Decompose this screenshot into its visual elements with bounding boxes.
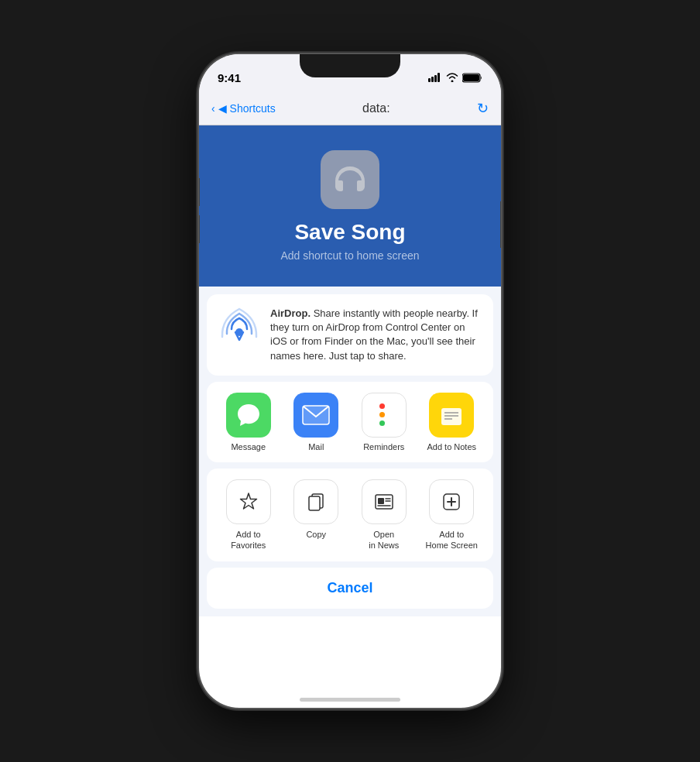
hero-section: Save Song Add shortcut to home screen <box>199 125 501 287</box>
svg-rect-14 <box>309 496 320 510</box>
svg-rect-2 <box>434 75 437 82</box>
copy-label: Copy <box>306 529 326 540</box>
favorites-icon <box>226 479 271 524</box>
volume-up-button[interactable] <box>199 178 200 206</box>
cancel-section: Cancel <box>207 568 493 609</box>
app-icon <box>321 150 379 209</box>
home-indicator[interactable] <box>300 698 400 702</box>
add-homescreen-icon <box>441 492 462 512</box>
signal-icon <box>428 73 442 82</box>
action-homescreen[interactable]: Add toHome Screen <box>418 479 486 551</box>
cancel-button[interactable]: Cancel <box>207 568 493 609</box>
news-label: Openin News <box>369 529 399 551</box>
action-copy[interactable]: Copy <box>283 479 351 551</box>
airdrop-brand: AirDrop. <box>270 307 311 319</box>
notes-icon <box>438 402 465 428</box>
svg-rect-3 <box>438 73 440 82</box>
back-label: ◀ Shortcuts <box>218 102 276 115</box>
notch <box>300 54 400 77</box>
status-time: 9:41 <box>218 71 241 84</box>
headphones-icon <box>332 165 368 194</box>
actions-row: Add toFavorites Copy <box>207 469 493 562</box>
reminders-app-label: Reminders <box>363 442 404 451</box>
action-favorites[interactable]: Add toFavorites <box>214 479 283 551</box>
notes-app-icon <box>429 393 474 438</box>
phone-frame: 9:41 ‹ ◀ Shortcuts dat <box>199 54 501 708</box>
svg-rect-16 <box>378 498 384 504</box>
share-sheet: AirDrop. Share instantly with people nea… <box>199 287 501 616</box>
message-app-icon <box>226 393 271 438</box>
reminders-app-icon <box>362 393 407 438</box>
message-app-label: Message <box>231 442 266 451</box>
star-icon <box>238 492 259 512</box>
svg-rect-9 <box>441 408 462 425</box>
action-news[interactable]: Openin News <box>350 479 418 551</box>
open-news-icon <box>374 492 394 512</box>
news-icon <box>362 479 407 524</box>
svg-rect-1 <box>431 77 434 82</box>
hero-subtitle: Add shortcut to home screen <box>281 249 420 262</box>
homescreen-label: Add toHome Screen <box>426 529 478 551</box>
share-app-reminders[interactable]: Reminders <box>350 393 418 451</box>
mail-icon <box>302 405 330 425</box>
svg-rect-5 <box>463 74 479 81</box>
airdrop-waves-icon <box>220 307 259 346</box>
battery-icon <box>462 73 482 83</box>
share-app-notes[interactable]: Add to Notes <box>418 393 486 451</box>
chevron-left-icon: ‹ <box>211 102 215 115</box>
mail-app-label: Mail <box>308 442 324 451</box>
svg-rect-0 <box>428 78 431 82</box>
airdrop-description: AirDrop. Share instantly with people nea… <box>270 307 481 363</box>
message-icon <box>235 402 262 428</box>
wifi-icon <box>446 73 458 82</box>
share-app-mail[interactable]: Mail <box>283 393 351 451</box>
airdrop-icon <box>219 307 259 347</box>
notes-app-label: Add to Notes <box>427 442 476 451</box>
apps-row: Message Mail <box>207 382 493 462</box>
reload-button[interactable]: ↻ <box>477 100 489 117</box>
airdrop-section[interactable]: AirDrop. Share instantly with people nea… <box>207 294 493 376</box>
status-icons <box>428 73 482 83</box>
favorites-label: Add toFavorites <box>231 529 266 551</box>
hero-title: Save Song <box>294 220 405 245</box>
power-button[interactable] <box>500 201 501 248</box>
volume-down-button[interactable] <box>199 215 200 243</box>
copy-icon <box>293 479 338 524</box>
homescreen-icon <box>429 479 474 524</box>
mail-app-icon <box>293 393 338 438</box>
url-display: data: <box>362 101 390 115</box>
nav-bar: ‹ ◀ Shortcuts data: ↻ <box>199 91 501 125</box>
share-app-message[interactable]: Message <box>214 393 283 451</box>
back-button[interactable]: ‹ ◀ Shortcuts <box>211 102 276 115</box>
copy-files-icon <box>306 492 326 512</box>
